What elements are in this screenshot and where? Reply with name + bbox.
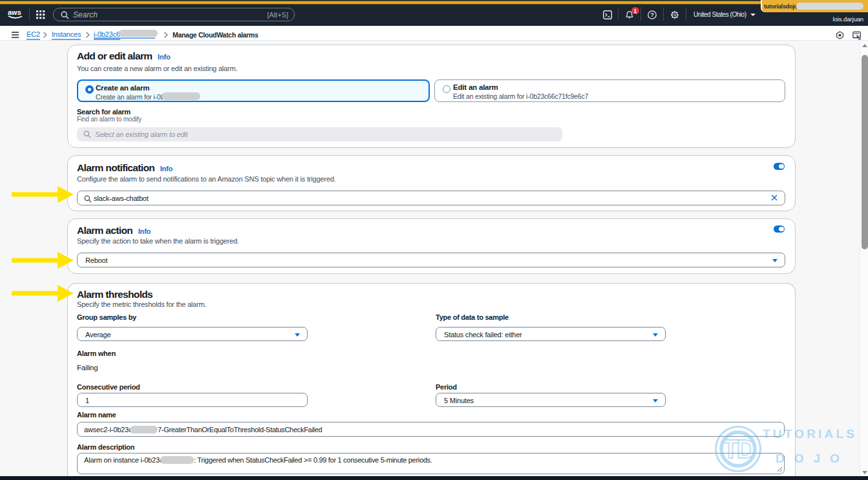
svg-text:DOJO: DOJO [776, 452, 849, 465]
svg-text:TUTORIALS: TUTORIALS [763, 427, 857, 441]
svg-text:TD: TD [723, 435, 754, 463]
svg-text:?: ? [650, 12, 653, 18]
svg-text:aws: aws [8, 8, 21, 16]
